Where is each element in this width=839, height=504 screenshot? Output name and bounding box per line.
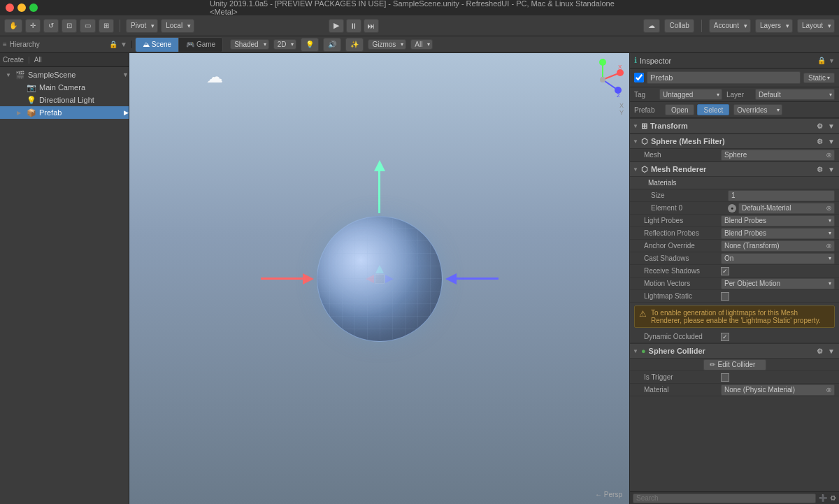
inspector-settings-icon[interactable]: ⚙ <box>830 494 836 502</box>
hierarchy-light-item[interactable]: 💡 Directional Light <box>0 94 129 106</box>
size-row: Size 1 <box>630 189 839 202</box>
mesh-renderer-menu-icon[interactable]: ▼ <box>826 166 836 173</box>
minimize-button[interactable] <box>17 3 26 12</box>
game-tab[interactable]: 🎮 Game <box>179 38 222 52</box>
sphere-collider-header[interactable]: ▼ ● Sphere Collider ⚙ ▼ <box>630 343 839 359</box>
mesh-value-box[interactable]: Sphere ◎ <box>721 150 835 161</box>
transform-component-buttons: ⚙ ▼ <box>815 122 836 130</box>
mesh-renderer-settings-icon[interactable]: ⚙ <box>815 166 824 173</box>
mesh-filter-header[interactable]: ▼ ⬡ Sphere (Mesh Filter) ⚙ ▼ <box>630 134 839 149</box>
mesh-filter-arrow: ▼ <box>633 138 638 145</box>
sphere-collider-menu-icon[interactable]: ▼ <box>826 347 836 355</box>
layer-dropdown[interactable]: Default <box>755 89 835 100</box>
light-probes-label: Light Probes <box>644 217 721 224</box>
local-dropdown[interactable]: Local <box>161 19 194 33</box>
hierarchy-camera-item[interactable]: 📷 Main Camera <box>0 81 129 94</box>
dynamic-occluded-checkbox[interactable] <box>721 333 729 341</box>
element0-value-box[interactable]: Default-Material ◎ <box>738 203 835 214</box>
toolbar-right: ☁ Collab Account Layers Layout <box>643 19 835 33</box>
object-enabled-checkbox[interactable] <box>634 73 644 82</box>
collider-material-label: Material <box>644 386 721 394</box>
anchor-override-row: Anchor Override None (Transform) ◎ <box>630 240 839 252</box>
edit-collider-button[interactable]: ✏ Edit Collider <box>703 359 766 370</box>
rect-tool-button[interactable]: ▭ <box>80 19 96 33</box>
mesh-renderer-icon: ⬡ <box>641 165 648 174</box>
hierarchy-prefab-item[interactable]: ▶ 📦 Prefab ▶ <box>0 106 129 119</box>
collider-material-box[interactable]: None (Physic Material) ◎ <box>721 384 835 396</box>
scene-tab[interactable]: ⛰ Scene <box>136 38 179 52</box>
scene-audio-button[interactable]: 🔊 <box>323 38 341 52</box>
inspector-menu[interactable]: ▼ <box>829 57 835 64</box>
scene-gizmo: X Y Z X Y <box>582 59 624 116</box>
lightmap-static-row: Lightmap Static <box>630 290 839 303</box>
add-component-icon[interactable]: ➕ <box>819 494 827 502</box>
scene-fx-button[interactable]: ✨ <box>345 38 364 52</box>
mesh-filter-menu-icon[interactable]: ▼ <box>826 138 836 145</box>
traffic-lights <box>6 3 38 12</box>
reflection-probes-dropdown[interactable]: Blend Probes ▾ <box>721 228 835 239</box>
overrides-dropdown[interactable]: Overrides <box>733 104 782 115</box>
svg-point-9 <box>600 77 605 82</box>
layers-dropdown[interactable]: Layers <box>755 19 793 33</box>
scene-view[interactable]: ☁ <box>129 53 629 504</box>
maximize-button[interactable] <box>29 3 38 12</box>
gizmos-dropdown[interactable]: Gizmos <box>368 39 406 50</box>
close-button[interactable] <box>6 3 14 12</box>
inspector-lock[interactable]: 🔒 <box>817 57 826 64</box>
cast-shadows-dropdown[interactable]: On ▾ <box>721 253 835 264</box>
mesh-filter-settings-icon[interactable]: ⚙ <box>815 138 824 145</box>
move-tool-button[interactable]: ✛ <box>25 19 41 33</box>
inspector-icon: ℹ <box>634 56 637 65</box>
scene-light-button[interactable]: 💡 <box>301 38 319 52</box>
pause-button[interactable]: ⏸ <box>346 19 361 33</box>
sphere-collider-buttons: ⚙ ▼ <box>815 347 836 355</box>
anchor-override-dropdown[interactable]: None (Transform) ◎ <box>721 240 835 252</box>
reflection-probes-label: Reflection Probes <box>644 229 721 237</box>
select-prefab-button[interactable]: Select <box>697 104 729 115</box>
cloud-button[interactable]: ☁ <box>643 19 660 33</box>
object-name-field[interactable]: Prefab <box>647 71 801 84</box>
axis-label-y: Y <box>582 109 624 116</box>
transform-tool-button[interactable]: ⊞ <box>99 19 114 33</box>
is-trigger-checkbox[interactable] <box>721 373 729 382</box>
static-dropdown[interactable]: Static <box>803 73 835 83</box>
mesh-select-icon[interactable]: ◎ <box>826 152 831 158</box>
warning-icon: ⚠ <box>639 309 647 319</box>
all-dropdown[interactable]: All <box>410 39 433 50</box>
step-button[interactable]: ⏭ <box>364 19 379 33</box>
dynamic-occluded-row: Dynamic Occluded <box>630 331 839 343</box>
2d-button[interactable]: 2D <box>273 39 297 50</box>
inspector-search[interactable] <box>633 494 816 503</box>
account-dropdown[interactable]: Account <box>709 19 751 33</box>
pivot-dropdown[interactable]: Pivot <box>126 19 158 33</box>
play-button[interactable]: ▶ <box>329 19 344 33</box>
sphere-collider-settings-icon[interactable]: ⚙ <box>815 347 824 355</box>
size-value-box[interactable]: 1 <box>728 190 835 201</box>
collab-button[interactable]: Collab <box>664 19 694 33</box>
collider-material-select[interactable]: ◎ <box>826 387 831 393</box>
motion-vectors-dropdown[interactable]: Per Object Motion ▾ <box>721 278 835 289</box>
lightmap-warning: ⚠ To enable generation of lightmaps for … <box>634 305 835 328</box>
rotate-tool-button[interactable]: ↺ <box>43 19 59 33</box>
layout-dropdown[interactable]: Layout <box>797 19 835 33</box>
transform-component-header[interactable]: ▼ ⊞ Transform ⚙ ▼ <box>630 118 839 134</box>
element0-dot[interactable]: ● <box>728 204 736 213</box>
mesh-renderer-header[interactable]: ▼ ⬡ Mesh Renderer ⚙ ▼ <box>630 161 839 177</box>
light-probes-dropdown[interactable]: Blend Probes ▾ <box>721 215 835 226</box>
persp-label: ← Persp <box>595 491 622 498</box>
open-prefab-button[interactable]: Open <box>665 104 694 115</box>
hierarchy-scene-item[interactable]: ▼ 🎬 SampleScene ▼ <box>0 69 129 81</box>
shaded-dropdown[interactable]: Shaded <box>230 39 268 50</box>
element0-select-icon[interactable]: ◎ <box>826 205 831 211</box>
light-probes-value: Blend Probes ▾ <box>721 215 835 226</box>
cast-shadows-row: Cast Shadows On ▾ <box>630 252 839 265</box>
transform-menu-icon[interactable]: ▼ <box>826 122 836 130</box>
receive-shadows-checkbox[interactable] <box>721 267 729 275</box>
transform-settings-icon[interactable]: ⚙ <box>815 122 824 130</box>
hand-tool-button[interactable]: ✋ <box>4 19 22 33</box>
tag-dropdown[interactable]: Untagged <box>659 89 722 100</box>
prefab-label: Prefab <box>634 106 662 114</box>
reflection-probes-value: Blend Probes ▾ <box>721 228 835 239</box>
scale-tool-button[interactable]: ⊡ <box>62 19 77 33</box>
lightmap-static-checkbox[interactable] <box>721 292 729 301</box>
